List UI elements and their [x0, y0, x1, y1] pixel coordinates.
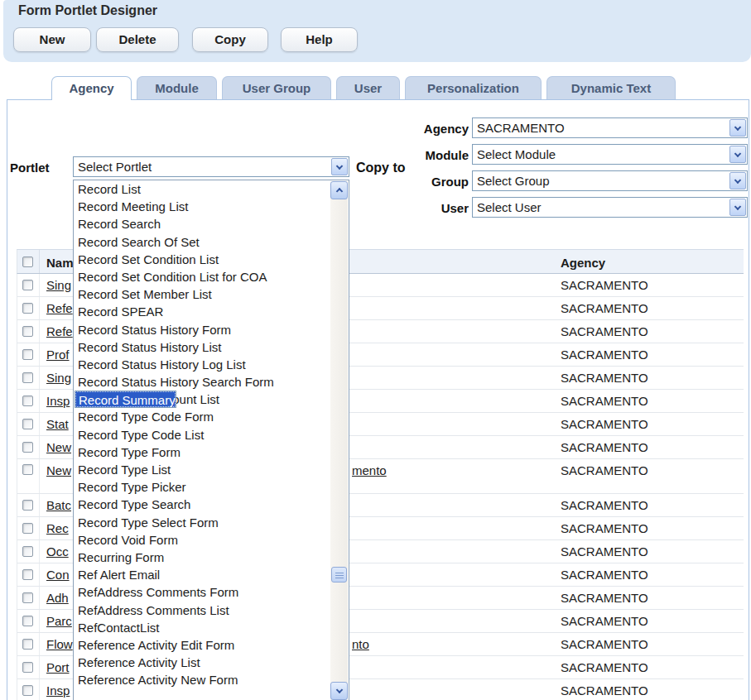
portlet-option[interactable]: Record Type Code List — [75, 426, 330, 443]
row-checkbox[interactable] — [22, 616, 33, 626]
portlet-option[interactable]: Record Type List — [75, 461, 330, 478]
portlet-name-link[interactable]: Stat — [46, 417, 69, 431]
row-checkbox[interactable] — [22, 592, 33, 603]
portlet-name-link[interactable]: Adh — [46, 591, 69, 605]
portlet-name-link[interactable]: Sing — [46, 278, 71, 292]
scrollbar-thumb[interactable] — [331, 567, 347, 583]
portlet-option[interactable]: Ref Alert Email — [75, 566, 330, 583]
row-agency: SACRAMENTO — [561, 417, 648, 431]
portlet-name-link[interactable]: Rec — [46, 521, 69, 535]
chevron-down-icon[interactable] — [729, 199, 746, 216]
delete-button[interactable]: Delete — [96, 27, 179, 52]
row-checkbox[interactable] — [22, 280, 33, 290]
portlet-option[interactable]: Reference Activity List — [75, 654, 330, 671]
copy-module-select[interactable]: Select Module — [472, 144, 748, 165]
portlet-name-link[interactable]: Prof — [46, 348, 70, 362]
portlet-name-link[interactable]: Occ — [46, 544, 69, 559]
row-checkbox[interactable] — [22, 523, 33, 534]
portlet-name-link[interactable]: Insp — [46, 394, 70, 408]
portlet-option[interactable]: Record Status History List — [75, 338, 330, 356]
copy-agency-select[interactable]: SACRAMENTO — [472, 117, 748, 138]
copy-button[interactable]: Copy — [192, 27, 268, 52]
portlet-name-link[interactable]: Insp — [46, 683, 70, 698]
tab-dynamic-text[interactable]: Dynamic Text — [546, 76, 676, 99]
portlet-select[interactable]: Select Portlet — [73, 156, 349, 177]
portlet-option[interactable]: Record Type Code Form — [75, 408, 330, 425]
select-all-checkbox[interactable] — [22, 257, 33, 267]
portlet-option-selected[interactable]: Record Summary — [75, 391, 176, 408]
row-checkbox[interactable] — [22, 396, 33, 406]
portlet-name-link[interactable]: Refe — [46, 301, 73, 315]
row-agency: SACRAMENTO — [561, 301, 648, 315]
row-agency: SACRAMENTO — [561, 498, 648, 512]
tab-personalization[interactable]: Personalization — [405, 76, 542, 99]
portlet-option[interactable]: Record Status History Search Form — [75, 373, 330, 391]
copy-group-select[interactable]: Select Group — [472, 170, 748, 191]
row-checkbox[interactable] — [22, 546, 33, 557]
portlet-option[interactable]: Recurring Form — [75, 549, 330, 566]
portlet-option[interactable]: Record Type Form — [75, 443, 330, 461]
tab-module[interactable]: Module — [137, 76, 217, 99]
portlet-option[interactable]: Record Search Of Set — [75, 233, 330, 251]
chevron-down-icon[interactable] — [729, 172, 746, 189]
portlet-name-link-tail[interactable]: nto — [352, 637, 369, 651]
row-checkbox[interactable] — [22, 419, 33, 429]
row-checkbox[interactable] — [22, 442, 33, 453]
portlet-name-link[interactable]: Flow — [46, 637, 73, 651]
scroll-down-button[interactable] — [330, 682, 348, 700]
row-agency: SACRAMENTO — [561, 324, 648, 338]
portlet-option[interactable]: RefContactList — [75, 619, 330, 636]
row-checkbox[interactable] — [22, 326, 33, 337]
chevron-down-icon[interactable] — [331, 158, 348, 175]
portlet-name-link[interactable]: Con — [46, 568, 70, 582]
portlet-name-link[interactable]: New — [46, 440, 71, 454]
portlet-option[interactable]: Record Set Condition List for COA — [75, 268, 330, 285]
portlet-option[interactable]: Record Set Condition List — [75, 251, 330, 268]
portlet-name-link[interactable]: Port — [46, 660, 70, 674]
row-checkbox[interactable] — [22, 303, 33, 314]
row-agency: SACRAMENTO — [561, 660, 648, 674]
portlet-option[interactable]: Record Search — [75, 215, 330, 233]
portlet-name-link[interactable]: New — [46, 463, 71, 477]
copy-group-label: Group — [356, 175, 469, 189]
chevron-down-icon[interactable] — [729, 119, 746, 137]
help-button[interactable]: Help — [281, 27, 358, 52]
portlet-option[interactable]: Record Status History Log List — [75, 356, 330, 373]
row-checkbox[interactable] — [22, 569, 33, 580]
portlet-name-link[interactable]: Batc — [46, 498, 71, 512]
portlet-option[interactable]: Record List — [75, 180, 330, 198]
copy-user-select[interactable]: Select User — [472, 197, 748, 218]
portlet-option[interactable]: Reference Activity New Form — [75, 671, 330, 688]
portlet-option[interactable]: Record Status History Form — [75, 321, 330, 338]
portlet-option[interactable]: Record Meeting List — [75, 198, 330, 215]
portlet-name-link[interactable]: Sing — [46, 371, 71, 385]
row-checkbox[interactable] — [22, 662, 33, 673]
row-checkbox[interactable] — [22, 500, 33, 511]
row-checkbox[interactable] — [22, 464, 33, 475]
row-checkbox[interactable] — [22, 349, 33, 360]
chevron-down-icon[interactable] — [729, 146, 746, 163]
row-checkbox[interactable] — [22, 639, 33, 650]
portlet-name-link[interactable]: Parc — [46, 614, 72, 628]
portlet-name-link-tail[interactable]: mento — [352, 463, 387, 477]
portlet-option[interactable]: Record Void Form — [75, 531, 330, 549]
portlet-option[interactable]: Record SPEAR — [75, 303, 330, 320]
dropdown-scrollbar[interactable] — [330, 181, 348, 700]
scroll-up-button[interactable] — [330, 181, 348, 199]
portlet-option[interactable]: Record Type Picker — [75, 478, 330, 496]
row-checkbox[interactable] — [22, 372, 33, 383]
portlet-name-link[interactable]: Refe — [46, 324, 73, 338]
portlet-option[interactable]: Record Type Search — [75, 496, 330, 513]
tab-user[interactable]: User — [336, 76, 400, 99]
portlet-dropdown-list: Record ListRecord Meeting ListRecord Sea… — [73, 180, 349, 700]
portlet-option[interactable]: Record Set Member List — [75, 285, 330, 303]
portlet-option[interactable]: RefAddress Comments List — [75, 602, 330, 619]
row-agency: SACRAMENTO — [561, 521, 648, 535]
tab-agency[interactable]: Agency — [51, 76, 132, 100]
portlet-option[interactable]: RefAddress Comments Form — [75, 583, 330, 601]
portlet-option[interactable]: Reference Activity Edit Form — [75, 636, 330, 654]
new-button[interactable]: New — [13, 27, 91, 52]
row-checkbox[interactable] — [22, 685, 33, 696]
portlet-option[interactable]: Record Type Select Form — [75, 514, 330, 531]
tab-user-group[interactable]: User Group — [222, 76, 331, 99]
